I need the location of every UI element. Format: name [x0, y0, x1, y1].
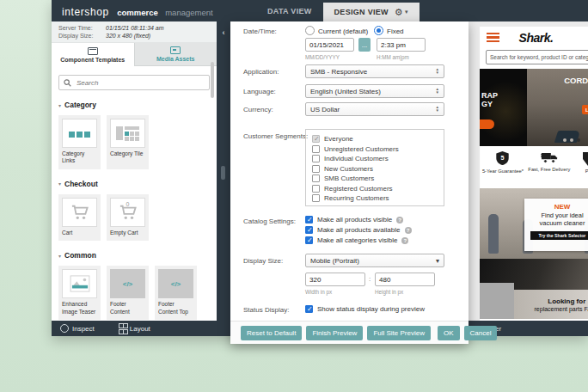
tile-cart[interactable]: Cart [58, 194, 101, 241]
height-input[interactable]: 480 [375, 273, 435, 286]
width-input[interactable]: 320 [305, 273, 365, 286]
catalog-option-1[interactable]: Make all products visible ? [305, 216, 403, 224]
hero-banner-right[interactable]: CORDLESS FRE L [527, 69, 588, 146]
storefront-search-input[interactable]: Search for keyword, product ID or catego [486, 50, 588, 64]
date-picker-button[interactable]: ... [358, 38, 371, 52]
currency-label: Currency: [243, 106, 273, 113]
checkbox-unchecked[interactable] [312, 155, 320, 162]
ok-button[interactable]: OK [438, 326, 460, 340]
checkbox-unchecked[interactable] [312, 185, 320, 193]
banner-left-button[interactable] [480, 119, 494, 129]
tile-footer-content[interactable]: </> Footer Content [107, 266, 149, 320]
shark-selector-button[interactable]: Try the Shark Selector [530, 231, 588, 240]
help-icon[interactable]: ? [401, 237, 408, 244]
layout-label: Layout [130, 325, 150, 333]
hero-carousel[interactable]: RAP GY CORDLESS FRE L [480, 69, 588, 146]
usp-row: 5 5-Year Guarantee* Fast, Free Delivery [480, 146, 588, 188]
checkbox-unchecked[interactable] [312, 194, 320, 202]
checkbox-checked[interactable] [305, 216, 313, 224]
collapse-chevron-icon[interactable]: ‹ [217, 28, 230, 37]
display-size-label: Display Size: [243, 257, 283, 265]
segment-unregistered[interactable]: Unregistered Customers [312, 144, 438, 155]
tab-media-assets[interactable]: Media Assets [134, 43, 217, 66]
tile-category-tile[interactable]: Category Tile [107, 115, 149, 169]
catalog-option-3[interactable]: Make all categories visible ? [305, 236, 408, 244]
tab-data-view[interactable]: DATA VIEW [256, 0, 323, 21]
language-select[interactable]: English (United States) ▲▼ [305, 84, 444, 98]
chevron-down-icon: ▾ [436, 257, 439, 265]
checkbox-unchecked[interactable] [312, 175, 320, 182]
radio-current[interactable]: Current (default) [305, 26, 368, 35]
tab-design-view[interactable]: DESIGN VIEW ⚙ ▾ [323, 3, 420, 21]
help-icon[interactable]: ? [396, 217, 403, 224]
time-input[interactable]: 2:33 pm [377, 38, 426, 52]
layout-button[interactable]: Layout [119, 323, 150, 334]
application-label: Application: [243, 68, 279, 76]
date-input[interactable]: 01/15/2021 [305, 38, 354, 52]
catalog-option-2[interactable]: Make all products available ? [305, 226, 412, 234]
layout-grid-icon [119, 323, 126, 334]
search-input[interactable] [75, 78, 205, 88]
sidebar-scrollbar[interactable] [211, 62, 214, 98]
carousel-dot-active[interactable] [577, 138, 580, 142]
application-select[interactable]: SMB - Responsive ▲▼ [305, 64, 444, 78]
hero-banner-left[interactable]: RAP GY [480, 69, 527, 146]
carousel-dot[interactable] [563, 138, 567, 142]
tile-footer-content-top[interactable]: </> Footer Content Top [155, 266, 197, 320]
segment-everyone[interactable]: Everyone [312, 134, 438, 144]
tab-component-templates[interactable]: Component Templates [52, 43, 134, 66]
inspect-button[interactable]: Inspect [60, 324, 95, 333]
reset-to-default-button[interactable]: Reset to Default [241, 326, 302, 340]
tile-empty-cart[interactable]: 0 Empty Cart [107, 194, 149, 241]
segment-smb[interactable]: SMB Customers [312, 174, 438, 184]
gear-icon[interactable]: ⚙ [395, 8, 403, 17]
segment-new[interactable]: New Customers [312, 164, 438, 175]
display-size-value: 320 x 480 (fixed) [106, 32, 150, 40]
preview-info-bar: Server Time: 01/15/21 08:11:34 am Displa… [52, 21, 217, 43]
section-category[interactable]: ▾ Category [58, 101, 210, 109]
tile-enhanced-image-teaser[interactable]: Enhanced Image Teaser [58, 266, 101, 320]
strip-scrollbar-thumb[interactable] [221, 166, 225, 180]
banner-right-line2: FRE [564, 85, 588, 95]
tile-label: Empty Cart [107, 227, 149, 241]
radio-fixed[interactable]: Fixed [374, 26, 404, 35]
tile-category-links[interactable]: Category Links [58, 115, 101, 169]
carousel-dot[interactable] [570, 138, 573, 142]
cancel-button[interactable]: Cancel [464, 326, 498, 340]
checkbox-unchecked[interactable] [312, 165, 320, 173]
checkbox-checked-disabled [312, 135, 320, 143]
radio-fixed-icon[interactable] [374, 26, 383, 35]
display-size-select[interactable]: Mobile (Portrait) ▾ [305, 254, 444, 267]
help-icon[interactable]: ? [405, 227, 412, 234]
application-value: SMB - Responsive [310, 68, 367, 76]
section-checkout[interactable]: ▾ Checkout [58, 180, 210, 188]
segment-individual[interactable]: Individual Customers [312, 154, 438, 164]
sidebar-search[interactable] [58, 75, 210, 90]
lifestyle-banner[interactable]: NEW Find your ideal vacuum cleaner Try t… [480, 188, 588, 259]
carousel-dots [563, 138, 580, 142]
banner-right-button[interactable]: L [582, 105, 588, 114]
media-assets-icon [170, 46, 181, 54]
shark-selector-button-label: Try the Shark Selector [539, 233, 586, 238]
replacement-parts-banner[interactable]: Looking for replacement parts FAQs [480, 259, 588, 319]
status-display-option[interactable]: Show status display during preview [305, 305, 425, 313]
select-stepper-icon: ▲▼ [436, 68, 439, 75]
category-tile-icon [116, 126, 139, 141]
checkbox-unchecked[interactable] [312, 145, 320, 153]
full-site-preview-button[interactable]: Full Site Preview [367, 326, 431, 340]
currency-select[interactable]: US Dollar ▲▼ [305, 102, 444, 116]
currency-value: US Dollar [310, 106, 340, 113]
checkbox-checked[interactable] [305, 305, 313, 313]
checkbox-checked[interactable] [305, 226, 313, 234]
checkbox-checked[interactable] [305, 236, 313, 244]
time-hint: H:MM am|pm [377, 54, 409, 60]
segment-registered[interactable]: Registered Customers [312, 184, 438, 194]
radio-current-icon[interactable] [305, 26, 315, 35]
section-common[interactable]: ▾ Common [58, 251, 210, 260]
banner-left-line2: GY [481, 100, 498, 108]
segment-recurring[interactable]: Recurring Customers [312, 193, 438, 204]
empty-cart-badge: 0 [111, 201, 144, 207]
size-separator: : [369, 275, 371, 283]
finish-preview-button[interactable]: Finish Preview [306, 326, 363, 340]
shark-logo[interactable]: Shark. [480, 31, 588, 45]
